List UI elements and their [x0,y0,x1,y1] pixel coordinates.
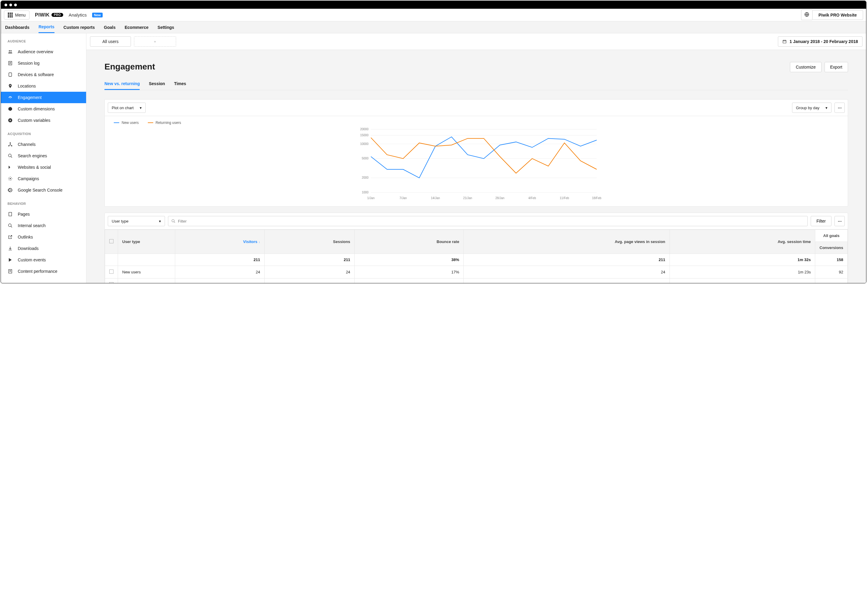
sidebar-item-search-engines[interactable]: Search engines [1,150,86,162]
tab-new-vs-returning[interactable]: New vs. returning [104,78,140,90]
menu-label: Menu [15,13,25,17]
th-user-type[interactable]: User type [118,230,175,254]
sidebar-item-locations[interactable]: Locations [1,80,86,92]
svg-text:20000: 20000 [360,127,369,131]
sidebar-item-audience-overview[interactable]: Audience overview [1,46,86,57]
nav-goals[interactable]: Goals [104,22,116,33]
th-avg-session-time[interactable]: Avg. session time [670,230,815,254]
devices-software-icon [8,72,13,77]
sidebar-item-session-log[interactable]: Session log [1,57,86,69]
line-chart: 1000200050001000015000200001/Jan7/Jan14/… [111,126,842,201]
sidebar-item-custom-variables[interactable]: Custom variables [1,115,86,126]
sidebar-item-label: Custom variables [18,118,50,123]
th-bounce-rate[interactable]: Bounce rate [355,230,463,254]
sidebar-item-internal-search[interactable]: Internal search [1,220,86,231]
sidebar-heading-audience: AUDIENCE [1,33,86,46]
sidebar-item-content-performance[interactable]: Content performance [1,266,86,277]
th-avg-page-views-in-session[interactable]: Avg. page views in session [463,230,670,254]
select-all-checkbox[interactable] [109,239,113,244]
th-visitors[interactable]: Visitors↓ [175,230,265,254]
svg-point-2 [11,50,12,52]
table-more-button[interactable]: ⋯ [834,216,845,226]
sidebar-item-label: Outlinks [18,235,33,239]
sidebar-item-label: Campaigns [18,176,39,181]
sidebar-item-campaigns[interactable]: Campaigns [1,173,86,184]
traffic-light-close[interactable] [5,4,7,6]
sidebar-item-label: Internal search [18,223,46,228]
custom-dimensions-icon [8,106,13,112]
site-selector-icon[interactable] [801,9,812,20]
chevron-down-icon: ▾ [826,105,828,110]
tab-session[interactable]: Session [149,78,165,90]
date-range-picker[interactable]: 1 January 2018 - 20 February 2018 [778,36,862,47]
th-all-goals[interactable]: All goals [815,230,848,242]
sidebar-item-devices-software[interactable]: Devices & software [1,69,86,80]
new-badge: New [92,13,102,17]
pages-icon [8,211,13,217]
sidebar-item-channels[interactable]: Channels [1,139,86,150]
calendar-icon [782,39,787,44]
main-content: All users + 1 January 2018 - 20 February… [87,33,866,283]
svg-text:14/Jan: 14/Jan [431,196,440,200]
legend-new-users: New users [114,121,139,125]
nav-settings[interactable]: Settings [158,22,174,33]
group-by-dropdown[interactable]: Group by day ▾ [792,102,831,113]
tab-times[interactable]: Times [174,78,186,90]
sidebar-item-engagement[interactable]: Engagement [1,92,86,103]
sidebar-item-label: Channels [18,142,36,147]
th-sessions[interactable]: Sessions [265,230,355,254]
svg-text:2000: 2000 [362,176,369,179]
sidebar-item-pages[interactable]: Pages [1,209,86,220]
svg-rect-14 [9,212,11,216]
table-panel: User type ▾ Filter ⋯ User typeVisitors↓S… [104,213,848,283]
customize-button[interactable]: Customize [790,62,821,72]
export-button[interactable]: Export [824,62,848,72]
sidebar-item-label: Audience overview [18,49,53,54]
svg-point-1 [9,50,10,52]
traffic-light-minimize[interactable] [9,4,12,6]
locations-icon [8,83,13,89]
logo: PIWIK PRO [35,13,63,18]
sidebar: AUDIENCEAudience overviewSession logDevi… [1,33,87,283]
filter-button[interactable]: Filter [811,216,831,226]
svg-point-5 [9,85,11,86]
nav-dashboards[interactable]: Dashboards [5,22,30,33]
report-tabs: New vs. returningSessionTimes [104,78,848,90]
th-conversions[interactable]: Conversions [815,242,848,254]
menu-button[interactable]: Menu [4,11,30,20]
chart-more-button[interactable]: ⋯ [834,102,845,113]
add-segment-button[interactable]: + [134,36,176,47]
site-selector[interactable]: Piwik PRO Website [812,10,863,20]
sidebar-item-downloads[interactable]: Downloads [1,243,86,254]
engagement-icon [8,95,13,100]
svg-text:21/Jan: 21/Jan [463,196,472,200]
user-type-dropdown[interactable]: User type ▾ [108,216,165,226]
sidebar-item-label: Devices & software [18,72,54,77]
filter-input[interactable] [178,216,804,226]
nav-reports[interactable]: Reports [39,21,55,33]
row-checkbox[interactable] [109,269,113,274]
segment-all-users[interactable]: All users [90,36,131,47]
sort-desc-icon: ↓ [259,240,260,244]
nav-custom-reports[interactable]: Custom reports [63,22,95,33]
svg-text:15000: 15000 [360,134,369,137]
sidebar-item-custom-events[interactable]: Custom events [1,254,86,266]
row-checkbox[interactable] [109,282,113,283]
product-label: Analytics [69,13,87,17]
sidebar-item-outlinks[interactable]: Outlinks [1,231,86,243]
sidebar-item-google-search-console[interactable]: Google Search Console [1,184,86,196]
nav-ecommerce[interactable]: Ecommerce [125,22,148,33]
traffic-light-zoom[interactable] [14,4,17,6]
search-engines-icon [8,153,13,159]
plot-on-chart-dropdown[interactable]: Plot on chart ▾ [108,102,146,113]
sidebar-item-label: Pages [18,212,30,217]
sidebar-item-custom-dimensions[interactable]: Custom dimensions [1,103,86,115]
sidebar-item-label: Session log [18,61,39,66]
sidebar-item-websites-social[interactable]: Websites & social [1,162,86,173]
filters-bar: All users + 1 January 2018 - 20 February… [87,33,866,50]
filter-input-wrap[interactable] [168,216,808,226]
svg-text:7/Jan: 7/Jan [399,196,407,200]
main-nav: DashboardsReportsCustom reportsGoalsEcom… [1,21,866,33]
sidebar-item-label: Google Search Console [18,188,63,193]
sidebar-item-label: Content performance [18,269,57,274]
